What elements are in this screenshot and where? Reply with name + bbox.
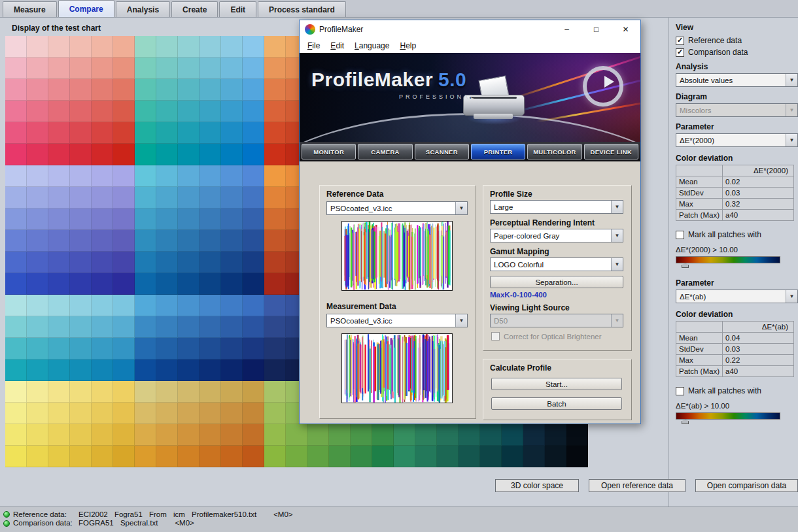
chart-patch[interactable] — [27, 79, 48, 101]
chart-patch[interactable] — [27, 316, 48, 338]
chart-patch[interactable] — [5, 338, 27, 359]
chart-patch[interactable] — [221, 359, 243, 381]
chart-patch[interactable] — [437, 424, 459, 446]
chart-patch[interactable] — [156, 316, 178, 338]
chart-patch[interactable] — [545, 424, 566, 446]
chart-patch[interactable] — [5, 122, 27, 144]
chart-patch[interactable] — [70, 144, 92, 165]
chart-patch[interactable] — [70, 446, 92, 467]
parameter2-combobox[interactable]: ΔE*(ab)▼ — [676, 290, 798, 303]
chart-patch[interactable] — [243, 446, 264, 467]
chart-patch[interactable] — [70, 316, 92, 338]
chart-patch[interactable] — [5, 424, 27, 446]
chart-patch[interactable] — [156, 36, 178, 58]
chart-patch[interactable] — [27, 273, 48, 295]
chart-patch[interactable] — [178, 359, 200, 381]
chart-patch[interactable] — [264, 58, 286, 79]
chart-patch[interactable] — [243, 424, 264, 446]
chart-patch[interactable] — [27, 252, 48, 273]
chart-patch[interactable] — [5, 208, 27, 230]
chart-patch[interactable] — [156, 122, 178, 144]
chart-patch[interactable] — [178, 187, 200, 208]
chart-patch[interactable] — [156, 273, 178, 295]
chart-patch[interactable] — [243, 36, 264, 58]
chart-patch[interactable] — [48, 252, 70, 273]
chart-patch[interactable] — [5, 252, 27, 273]
gamut-mapping-combobox[interactable]: LOGO Colorful▼ — [490, 258, 623, 271]
separation-button[interactable]: Separation... — [490, 276, 623, 288]
chart-patch[interactable] — [415, 424, 437, 446]
chart-patch[interactable] — [70, 187, 92, 208]
chart-patch[interactable] — [178, 101, 200, 122]
chart-patch[interactable] — [480, 446, 502, 467]
chart-patch[interactable] — [113, 230, 135, 252]
chart-patch[interactable] — [135, 316, 156, 338]
chart-patch[interactable] — [221, 36, 243, 58]
chart-patch[interactable] — [178, 230, 200, 252]
chart-patch[interactable] — [70, 165, 92, 187]
chart-patch[interactable] — [221, 144, 243, 165]
menu-file[interactable]: File — [302, 41, 325, 50]
chart-patch[interactable] — [243, 359, 264, 381]
chart-patch[interactable] — [113, 381, 135, 403]
chart-patch[interactable] — [27, 58, 48, 79]
chart-patch[interactable] — [200, 424, 221, 446]
tab-measure[interactable]: Measure — [3, 1, 57, 17]
device-tab-printer[interactable]: PRINTER — [471, 144, 525, 159]
chart-patch[interactable] — [135, 424, 156, 446]
chart-patch[interactable] — [243, 273, 264, 295]
batch-button[interactable]: Batch — [491, 397, 622, 410]
chart-patch[interactable] — [135, 381, 156, 403]
chart-patch[interactable] — [113, 295, 135, 316]
chart-patch[interactable] — [48, 58, 70, 79]
chart-patch[interactable] — [48, 295, 70, 316]
chart-patch[interactable] — [48, 338, 70, 359]
chart-patch[interactable] — [135, 208, 156, 230]
chart-patch[interactable] — [286, 424, 307, 446]
chart-patch[interactable] — [264, 36, 286, 58]
chart-patch[interactable] — [264, 165, 286, 187]
threshold1-slider-thumb[interactable] — [682, 263, 689, 268]
chart-patch[interactable] — [178, 144, 200, 165]
open-reference-data-button[interactable]: Open reference data — [589, 479, 685, 492]
chart-patch[interactable] — [48, 446, 70, 467]
chart-patch[interactable] — [200, 273, 221, 295]
chart-patch[interactable] — [221, 187, 243, 208]
chart-patch[interactable] — [27, 295, 48, 316]
tab-edit[interactable]: Edit — [219, 1, 256, 17]
chart-patch[interactable] — [156, 101, 178, 122]
chart-patch[interactable] — [27, 338, 48, 359]
chevron-down-icon[interactable]: ▼ — [455, 202, 467, 214]
chart-patch[interactable] — [221, 122, 243, 144]
chart-patch[interactable] — [135, 122, 156, 144]
maximize-icon[interactable]: □ — [581, 20, 611, 39]
chart-patch[interactable] — [48, 36, 70, 58]
chart-patch[interactable] — [178, 338, 200, 359]
chart-patch[interactable] — [92, 295, 113, 316]
tab-process-standard[interactable]: Process standard — [258, 1, 346, 17]
threshold2-slider-thumb[interactable] — [682, 419, 689, 424]
chart-patch[interactable] — [243, 381, 264, 403]
chart-patch[interactable] — [156, 359, 178, 381]
chart-patch[interactable] — [27, 446, 48, 467]
chart-patch[interactable] — [307, 446, 329, 467]
chart-patch[interactable] — [5, 58, 27, 79]
close-icon[interactable]: ✕ — [611, 20, 640, 39]
chart-patch[interactable] — [48, 273, 70, 295]
chart-patch[interactable] — [200, 165, 221, 187]
chart-patch[interactable] — [264, 101, 286, 122]
chart-patch[interactable] — [113, 403, 135, 424]
chart-patch[interactable] — [200, 122, 221, 144]
chart-patch[interactable] — [264, 295, 286, 316]
menu-edit[interactable]: Edit — [325, 41, 349, 50]
chart-patch[interactable] — [264, 79, 286, 101]
chart-patch[interactable] — [286, 446, 307, 467]
chart-patch[interactable] — [135, 144, 156, 165]
chart-patch[interactable] — [70, 208, 92, 230]
measurement-data-combobox[interactable]: PSOcoated_v3.icc▼ — [326, 314, 468, 327]
chart-patch[interactable] — [113, 36, 135, 58]
chart-patch[interactable] — [243, 58, 264, 79]
chart-patch[interactable] — [27, 230, 48, 252]
chart-patch[interactable] — [135, 338, 156, 359]
chart-patch[interactable] — [48, 230, 70, 252]
